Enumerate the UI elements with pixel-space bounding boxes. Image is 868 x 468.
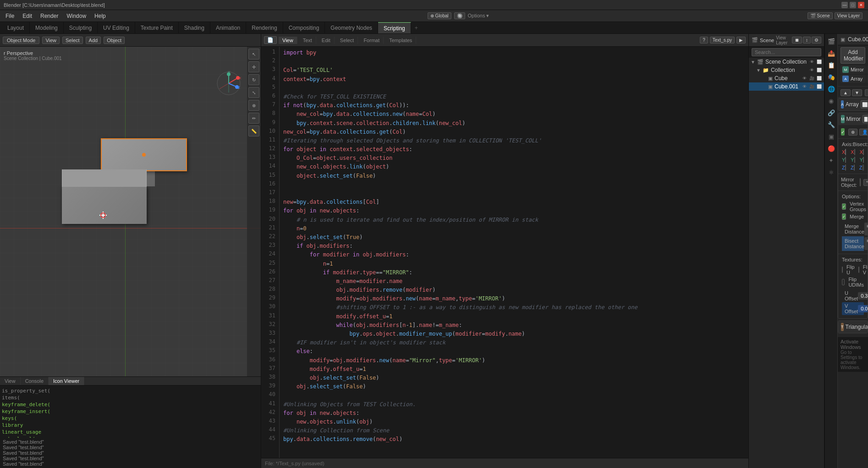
axis-x-check[interactable] [845,149,846,155]
cube-vis-render[interactable]: ⬜ [816,75,822,82]
outliner-cube-001[interactable]: ▣ Cube.001 👁 🎥 ⬜ [749,82,824,91]
close-button[interactable]: ✕ [858,2,864,8]
menu-window[interactable]: Window [63,12,90,20]
prop-icon-material[interactable]: 🔴 [826,143,837,154]
coll-vis-eye[interactable]: 👁 [808,67,815,73]
prop-icon-view[interactable]: 📋 [826,60,837,71]
viewport-canvas[interactable]: r Perspective Scene Collection | Cube.00… [0,47,261,376]
merge-distance-value[interactable]: 0.001 m [864,223,868,235]
ws-tab-animation[interactable]: Animation [210,22,246,33]
prop-icon-data[interactable]: ▣ [826,131,837,142]
tool-cursor[interactable]: ↖ [248,49,259,60]
ws-tab-uv-editing[interactable]: UV Editing [98,22,135,33]
cube001-vis-render[interactable]: ⬜ [816,83,822,90]
vis-render[interactable]: ⬜ [816,59,822,65]
mod-quick-array[interactable]: A Array [841,75,866,83]
coll-vis-render[interactable]: ⬜ [816,67,822,73]
object-menu-button[interactable]: Object [104,37,125,44]
editor-tab-templates[interactable]: Templates [385,37,416,44]
ws-tab-geometry-nodes[interactable]: Geometry Nodes [325,22,378,33]
viewlayer-selector[interactable]: View Layer [835,12,863,19]
ws-tab-compositing[interactable]: Compositing [283,22,325,33]
object-mode-button[interactable]: Object Mode [3,37,39,44]
ws-tab-shading[interactable]: Shading [179,22,210,33]
code-container[interactable]: 123 456 789 101112 131415 161718 192021 … [261,47,748,458]
editor-tab-format[interactable]: Format [360,37,384,44]
axis-y-check[interactable] [845,157,846,163]
editor-header-icon[interactable]: 📄 [264,36,277,44]
editor-tab-select[interactable]: Select [336,37,358,44]
ws-tab-sculpting[interactable]: Sculpting [64,22,98,33]
prop-icon-modifier[interactable]: 🔧 [826,119,837,130]
flip-v-check[interactable] [858,267,859,273]
ws-tab-layout[interactable]: Layout [2,22,30,33]
mod-mirror-render[interactable]: ⬜ [863,115,868,123]
vis-eye[interactable]: 👁 [808,59,815,65]
flip-z-check[interactable] [863,164,864,171]
tool-scale[interactable]: ⤡ [248,87,259,98]
outliner-scene-collection[interactable]: ▼ 🎬 Scene Collection 👁 ⬜ [749,58,824,66]
prop-icon-scene[interactable]: 🎭 [826,71,837,82]
prop-icon-render[interactable]: 🎬 [826,36,837,47]
mod-check-btn[interactable]: ✓ [865,89,868,96]
prop-icon-particle[interactable]: ✦ [826,155,837,166]
cube001-vis-camera[interactable]: 🎥 [808,83,815,90]
cube001-vis-eye[interactable]: 👁 [801,83,808,90]
menu-help[interactable]: Help [91,12,110,20]
prop-icon-object[interactable]: ◉ [826,95,837,106]
cube-vis-camera[interactable]: 🎥 [808,75,815,82]
mirror-object-input[interactable] [860,178,861,186]
menu-edit[interactable]: Edit [19,12,36,20]
maximize-button[interactable]: □ [850,2,856,8]
transform-snap-btn[interactable]: 🔘 [454,12,465,19]
bisect-x-check[interactable] [854,149,855,155]
tool-annotate[interactable]: ✏ [248,113,259,124]
transform-global-btn[interactable]: ⊕ Global [428,12,451,19]
tool-measure[interactable]: 📏 [248,125,259,136]
editor-tab-edit[interactable]: Edit [318,37,335,44]
bisect-distance-value[interactable]: 0.001 m [864,237,868,250]
flip-udim-check[interactable] [842,279,845,285]
console-tab-view[interactable]: View [0,377,21,385]
tool-rotate[interactable]: ↻ [248,74,259,85]
scene-selector[interactable]: 🎬 Scene [808,12,833,19]
prop-icon-physics[interactable]: ⚛ [826,167,837,178]
outliner-cube[interactable]: ▣ Cube 👁 🎥 ⬜ [749,74,824,82]
flip-u-check[interactable] [842,267,843,273]
select-menu-button[interactable]: Select [62,37,83,44]
tool-move[interactable]: ✛ [248,61,259,72]
help-btn[interactable]: ? [700,37,708,44]
console-tab-icon-viewer[interactable]: Icon Viewer [49,377,84,385]
mirror-check-icon[interactable]: ✓ [841,128,845,136]
ws-tab-add[interactable]: + [411,22,422,33]
ws-tab-rendering[interactable]: Rendering [246,22,283,33]
filename-btn[interactable]: Text_s.py [710,37,735,44]
prop-icon-output[interactable]: 📤 [826,48,837,59]
flip-x-check[interactable] [863,149,864,155]
menu-render[interactable]: Render [37,12,62,20]
run-script-btn[interactable]: ▶ [736,37,746,44]
outliner-collection[interactable]: ▼ 📁 Collection 👁 ⬜ [749,66,824,74]
outliner-search-input[interactable] [752,48,821,56]
gizmo[interactable]: X Y Z [215,70,242,98]
minimize-button[interactable]: — [841,2,848,8]
axis-z-check[interactable] [845,164,846,171]
mirror-user-btn[interactable]: 👤 [859,129,868,136]
v-offset-value[interactable]: 0.0000 [858,305,868,312]
add-menu-button[interactable]: Add [86,37,101,44]
console-tab-console[interactable]: Console [21,377,49,385]
ws-tab-scripting[interactable]: Scripting [378,22,411,33]
mod-down-btn[interactable]: ▼ [852,89,862,96]
tool-transform[interactable]: ⊕ [248,100,259,111]
editor-tab-view[interactable]: View [279,37,297,44]
prop-icon-world[interactable]: 🌐 [826,83,837,94]
mod-up-btn[interactable]: ▲ [841,89,851,96]
u-offset-value[interactable]: 0.3525 [858,292,868,299]
mirror-object-pick-btn[interactable]: ✎ [863,179,868,186]
view-menu-button[interactable]: View [42,37,60,44]
prop-icon-constraint[interactable]: 🔗 [826,107,837,118]
mod-quick-mirror[interactable]: M Mirror [841,65,866,74]
filter-btn[interactable]: ⏹ [792,37,802,44]
mod-array-render[interactable]: ⬜ [861,100,868,109]
mod-triangulate-header[interactable]: T Triangulate ⬜ 🎥 ✏ ▶ [838,321,868,333]
